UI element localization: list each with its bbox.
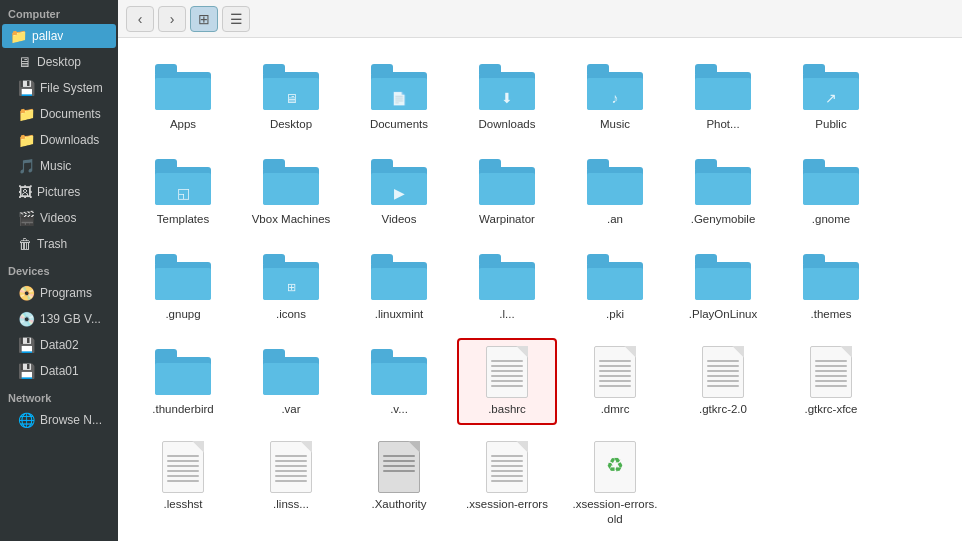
file-label: .l... [499, 307, 514, 322]
file-item-gnome[interactable]: .gnome [781, 148, 881, 235]
sidebar-item-downloads[interactable]: 📁 Downloads [2, 128, 116, 152]
file-item-apps[interactable]: Apps [133, 53, 233, 140]
file-label: .gnome [812, 212, 850, 227]
file-item-public[interactable]: ↗ Public [781, 53, 881, 140]
drive-icon: 💿 [18, 311, 35, 327]
folder-icon-thunderbird [155, 346, 211, 398]
file-label: .gtkrc-2.0 [699, 402, 747, 417]
sidebar-item-documents[interactable]: 📁 Documents [2, 102, 116, 126]
file-item-videos[interactable]: ▶ Videos [349, 148, 449, 235]
doc-icon-bashrc [479, 346, 535, 398]
sidebar-item-programs[interactable]: 📀 Programs [2, 281, 116, 305]
file-item-lc[interactable]: .l... [457, 243, 557, 330]
programs-icon: 📀 [18, 285, 35, 301]
file-grid[interactable]: Apps 🖥 Desktop 📄 [118, 38, 962, 541]
folder-icon-v [371, 346, 427, 398]
file-item-music[interactable]: ♪ Music [565, 53, 665, 140]
file-item-icons[interactable]: ⊞ .icons [241, 243, 341, 330]
file-label: Apps [170, 117, 196, 132]
sidebar-item-videos[interactable]: 🎬 Videos [2, 206, 116, 230]
file-label: .linuxmint [375, 307, 424, 322]
sidebar-item-label: Downloads [40, 133, 99, 147]
file-label: .var [281, 402, 300, 417]
folder-icon-music: ♪ [587, 61, 643, 113]
back-button[interactable]: ‹ [126, 6, 154, 32]
sidebar-item-pallav[interactable]: 📁 pallav [2, 24, 116, 48]
sidebar-item-label: pallav [32, 29, 63, 43]
folder-icon-gnupg [155, 251, 211, 303]
sidebar-network-header: Network [0, 384, 118, 407]
file-item-bashrc[interactable]: .bashrc [457, 338, 557, 425]
file-item-gnupg[interactable]: .gnupg [133, 243, 233, 330]
sidebar-item-browse-network[interactable]: 🌐 Browse N... [2, 408, 116, 432]
file-label: .xsession-errors.old [571, 497, 659, 527]
file-item-var[interactable]: .var [241, 338, 341, 425]
file-label: Documents [370, 117, 428, 132]
file-item-desktop[interactable]: 🖥 Desktop [241, 53, 341, 140]
folder-icon-warpinator [479, 156, 535, 208]
sidebar-item-desktop[interactable]: 🖥 Desktop [2, 50, 116, 74]
folder-icon-linuxmint [371, 251, 427, 303]
grid-view-button[interactable]: ⊞ [190, 6, 218, 32]
sidebar-item-filesystem[interactable]: 💾 File System [2, 76, 116, 100]
file-item-dmrc[interactable]: .dmrc [565, 338, 665, 425]
list-view-button[interactable]: ☰ [222, 6, 250, 32]
sidebar-item-data02[interactable]: 💾 Data02 [2, 333, 116, 357]
file-item-xsessionerrors[interactable]: .xsession-errors [457, 433, 557, 535]
file-label: .linss... [273, 497, 309, 512]
file-item-linss[interactable]: .linss... [241, 433, 341, 535]
file-item-templates[interactable]: ◱ Templates [133, 148, 233, 235]
file-item-downloads[interactable]: ⬇ Downloads [457, 53, 557, 140]
file-label: .gnupg [165, 307, 200, 322]
file-item-documents[interactable]: 📄 Documents [349, 53, 449, 140]
sidebar-item-label: Browse N... [40, 413, 102, 427]
folder-icon-vboxmachines [263, 156, 319, 208]
sidebar-item-data01[interactable]: 💾 Data01 [2, 359, 116, 383]
file-item-genymobile[interactable]: .Genymobile [673, 148, 773, 235]
file-item-xauthority[interactable]: .Xauthority [349, 433, 449, 535]
file-item-vboxmachines[interactable]: Vbox Machines [241, 148, 341, 235]
sidebar-item-label: Desktop [37, 55, 81, 69]
file-item-an[interactable]: .an [565, 148, 665, 235]
sidebar-item-label: Data01 [40, 364, 79, 378]
folder-icon-desktop: 🖥 [263, 61, 319, 113]
file-item-thunderbird[interactable]: .thunderbird [133, 338, 233, 425]
file-label: .xsession-errors [466, 497, 548, 512]
filesystem-icon: 💾 [18, 80, 35, 96]
sidebar-item-pictures[interactable]: 🖼 Pictures [2, 180, 116, 204]
file-item-gtkrcxfce[interactable]: .gtkrc-xfce [781, 338, 881, 425]
file-item-themes[interactable]: .themes [781, 243, 881, 330]
videos-icon: 🎬 [18, 210, 35, 226]
data01-icon: 💾 [18, 363, 35, 379]
doc-icon-xauthority [371, 441, 427, 493]
file-label: Templates [157, 212, 209, 227]
file-item-warpinator[interactable]: Warpinator [457, 148, 557, 235]
file-label: .Xauthority [372, 497, 427, 512]
file-item-playonlinux[interactable]: .PlayOnLinux [673, 243, 773, 330]
sidebar-item-music[interactable]: 🎵 Music [2, 154, 116, 178]
forward-button[interactable]: › [158, 6, 186, 32]
sidebar-devices-header: Devices [0, 257, 118, 280]
file-item-xsessionerrorsold[interactable]: ♻ .xsession-errors.old [565, 433, 665, 535]
folder-icon-public: ↗ [803, 61, 859, 113]
sidebar-item-trash[interactable]: 🗑 Trash [2, 232, 116, 256]
documents-icon: 📁 [18, 106, 35, 122]
sidebar-computer-header: Computer [0, 0, 118, 23]
file-item-linuxmint[interactable]: .linuxmint [349, 243, 449, 330]
file-item-v[interactable]: .v... [349, 338, 449, 425]
doc-icon-linss [263, 441, 319, 493]
folder-icon-icons: ⊞ [263, 251, 319, 303]
folder-icon-var [263, 346, 319, 398]
sidebar-item-139gb[interactable]: 💿 139 GB V... [2, 307, 116, 331]
file-item-gtkrc20[interactable]: .gtkrc-2.0 [673, 338, 773, 425]
file-label: .PlayOnLinux [689, 307, 757, 322]
recycle-icon-xsessionerrorsold: ♻ [587, 441, 643, 493]
doc-icon-gtkrcxfce [803, 346, 859, 398]
folder-icon-lc [479, 251, 535, 303]
file-item-lesshst[interactable]: .lesshst [133, 433, 233, 535]
file-label: .dmrc [601, 402, 630, 417]
file-item-pki[interactable]: .pki [565, 243, 665, 330]
folder-icon-pki [587, 251, 643, 303]
file-label: Public [815, 117, 846, 132]
file-item-phot[interactable]: Phot... [673, 53, 773, 140]
